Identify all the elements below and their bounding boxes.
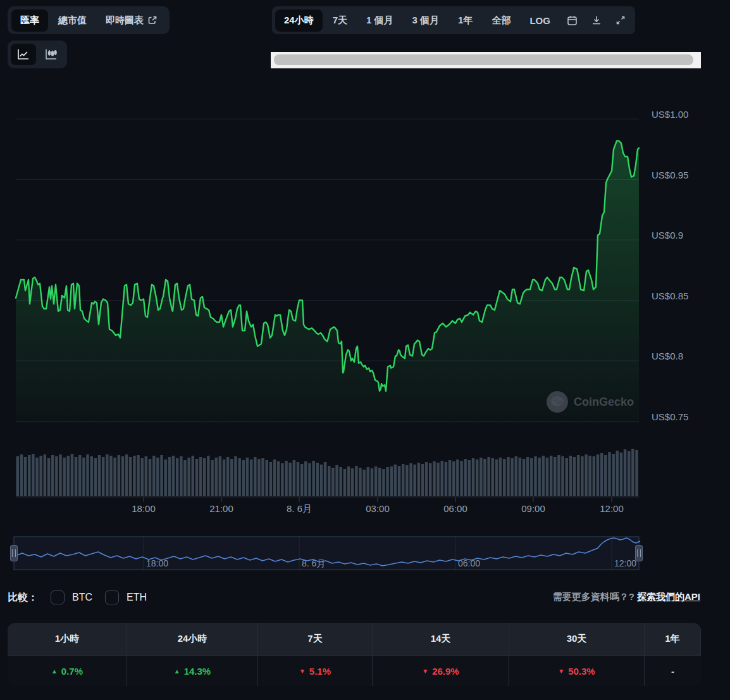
download-icon[interactable] (585, 10, 608, 30)
scrollbar-thumb[interactable] (274, 54, 693, 65)
tab-market-cap[interactable]: 總市值 (49, 9, 96, 32)
range-7d[interactable]: 7天 (324, 9, 356, 32)
x-axis-tick-label: 06:00 (430, 503, 481, 514)
chart-type-toggle (8, 41, 67, 68)
range-log[interactable]: LOG (521, 10, 559, 31)
col-header-7d: 7天 (258, 623, 373, 656)
range-24h[interactable]: 24小時 (275, 9, 323, 32)
x-axis-tick-label: 21:00 (196, 503, 247, 514)
price-change-table: 1小時 24小時 7天 14天 30天 1年 ▲0.7% ▲14.3% ▼5.1… (8, 623, 701, 686)
btc-checkbox[interactable] (51, 591, 65, 604)
up-arrow-icon: ▲ (174, 668, 180, 675)
api-link[interactable]: 探索我們的API (637, 591, 700, 602)
svg-text:US$0.95: US$0.95 (652, 170, 688, 180)
watermark-text: CoinGecko (574, 396, 634, 409)
range-1m[interactable]: 1 個月 (357, 9, 402, 32)
x-axis-tick-label: 18:00 (118, 503, 169, 514)
coingecko-watermark: CoinGecko (547, 391, 634, 413)
range-1y[interactable]: 1年 (449, 9, 481, 32)
col-header-24h: 24小時 (127, 623, 258, 656)
pct-1y: - (645, 656, 701, 686)
time-range-bar: 24小時 7天 1 個月 3 個月 1年 全部 LOG (272, 6, 635, 34)
x-axis-tick-label: 03:00 (352, 503, 403, 514)
eth-checkbox[interactable] (105, 591, 119, 604)
tab-price[interactable]: 匯率 (11, 9, 48, 32)
col-header-1h: 1小時 (8, 623, 127, 656)
svg-text:US$0.8: US$0.8 (652, 351, 683, 361)
range-bar-scrollbar[interactable] (271, 52, 701, 68)
chart-mode-tabs: 匯率 總市值 即時圖表 (8, 6, 170, 34)
range-3m[interactable]: 3 個月 (404, 9, 449, 32)
navigator-left-handle[interactable] (10, 545, 18, 561)
compare-label: 比較： (8, 591, 38, 604)
pct-24h: ▲14.3% (127, 656, 258, 686)
svg-text:US$0.75: US$0.75 (652, 411, 688, 422)
down-arrow-icon: ▼ (558, 668, 564, 675)
svg-text:US$0.9: US$0.9 (652, 230, 683, 241)
external-link-icon (148, 16, 157, 25)
x-axis-tick-label: 8. 6月 (274, 503, 325, 515)
api-prompt: 需要更多資料嗎？? 探索我們的API (553, 591, 700, 603)
api-prompt-text: 需要更多資料嗎？? (553, 591, 634, 602)
tab-live-chart-label: 即時圖表 (106, 15, 144, 27)
up-arrow-icon: ▲ (51, 668, 58, 675)
fullscreen-icon[interactable] (609, 10, 632, 30)
pct-7d: ▼5.1% (258, 656, 373, 686)
range-all[interactable]: 全部 (483, 9, 519, 32)
svg-text:US$0.85: US$0.85 (652, 291, 688, 301)
calendar-icon[interactable] (560, 10, 584, 31)
x-axis-tick-label: 09:00 (508, 503, 559, 514)
pct-30d: ▼50.3% (509, 656, 645, 686)
tab-live-chart[interactable]: 即時圖表 (97, 9, 166, 32)
coingecko-logo-icon (547, 391, 568, 413)
eth-label: ETH (127, 592, 147, 603)
compare-row: 比較： BTC ETH (8, 589, 147, 606)
col-header-14d: 14天 (373, 623, 509, 656)
line-chart-icon[interactable] (11, 44, 36, 65)
candlestick-chart-icon[interactable] (39, 44, 64, 65)
svg-text:US$1.00: US$1.00 (652, 109, 688, 120)
svg-text:12:00: 12:00 (614, 558, 636, 568)
down-arrow-icon: ▼ (422, 668, 428, 675)
down-arrow-icon: ▼ (299, 668, 306, 675)
navigator-right-handle[interactable] (635, 545, 643, 561)
x-axis-tick-label: 12:00 (586, 503, 637, 514)
btc-label: BTC (72, 592, 92, 603)
col-header-30d: 30天 (509, 623, 645, 656)
coingecko-chart-page: US$1.00US$0.95US$0.9US$0.85US$0.8US$0.75… (0, 0, 730, 700)
pct-14d: ▼26.9% (373, 656, 509, 686)
col-header-1y: 1年 (645, 623, 701, 656)
pct-1h: ▲0.7% (8, 656, 127, 686)
